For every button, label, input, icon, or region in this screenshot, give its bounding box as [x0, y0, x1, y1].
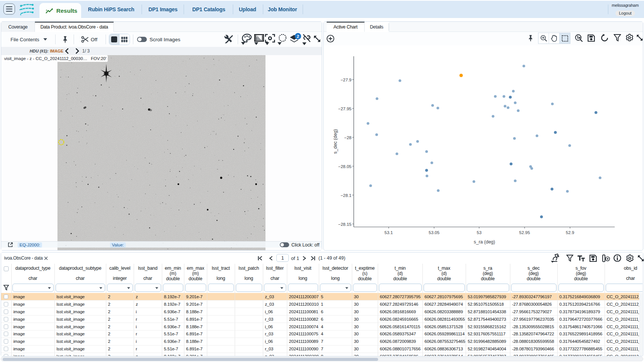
svg-text:−27.95: −27.95: [338, 107, 352, 111]
svg-text:53: 53: [477, 230, 482, 235]
svg-text:53.1: 53.1: [385, 230, 393, 235]
svg-text:52.95: 52.95: [519, 230, 530, 235]
svg-text:−28.05: −28.05: [338, 164, 352, 169]
svg-text:−28.15: −28.15: [338, 222, 352, 227]
svg-text:s_dec (deg): s_dec (deg): [333, 129, 338, 154]
svg-text:−27.9: −27.9: [341, 78, 351, 82]
svg-text:s_ra (deg): s_ra (deg): [474, 239, 495, 245]
svg-text:53.05: 53.05: [429, 230, 440, 235]
svg-text:52.9: 52.9: [566, 230, 574, 235]
svg-text:−28: −28: [344, 135, 351, 140]
svg-text:−28.1: −28.1: [341, 193, 351, 198]
